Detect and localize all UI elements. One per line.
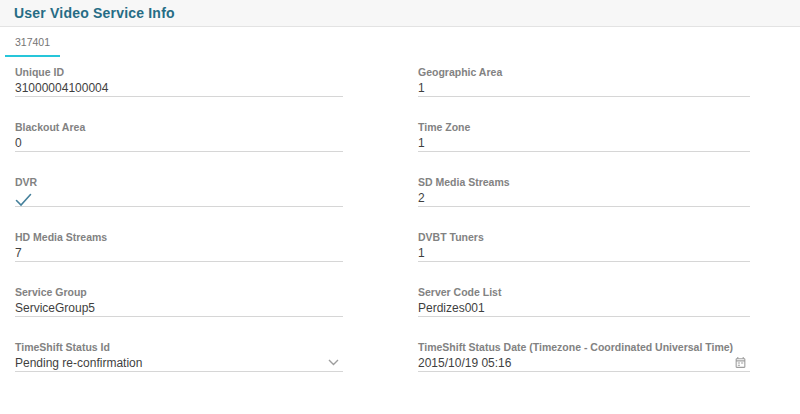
server-code-list-input[interactable]: Perdizes001 <box>418 299 750 317</box>
tab-317401[interactable]: 317401 <box>5 27 60 57</box>
check-icon <box>15 189 32 207</box>
service-info-form: Unique ID 31000004100004 Geographic Area… <box>0 57 800 387</box>
field-server-code-list: Server Code List Perdizes001 <box>418 277 750 332</box>
field-timeshift-status-date: TimeShift Status Date (Timezone - Coordi… <box>418 332 750 387</box>
field-value: 2 <box>418 190 425 206</box>
field-hd-media-streams: HD Media Streams 7 <box>15 222 343 277</box>
dvr-checkbox[interactable] <box>15 189 343 207</box>
field-label: SD Media Streams <box>418 175 750 189</box>
timeshift-status-date-input[interactable]: 2015/10/19 05:16 <box>418 354 750 372</box>
field-timeshift-status-id: TimeShift Status Id Pending re-confirmat… <box>15 332 343 387</box>
field-label: Server Code List <box>418 285 750 299</box>
field-value: Perdizes001 <box>418 300 485 316</box>
field-label: DVBT Tuners <box>418 230 750 244</box>
field-sd-media-streams: SD Media Streams 2 <box>418 167 750 222</box>
dvbt-tuners-input[interactable]: 1 <box>418 244 750 262</box>
field-value: Pending re-confirmation <box>15 355 142 371</box>
field-label: Time Zone <box>418 120 750 134</box>
field-label: HD Media Streams <box>15 230 343 244</box>
field-service-group: Service Group ServiceGroup5 <box>15 277 343 332</box>
field-value: 0 <box>15 135 22 151</box>
field-value: 2015/10/19 05:16 <box>418 355 511 371</box>
sd-media-streams-input[interactable]: 2 <box>418 189 750 207</box>
field-value: 31000004100004 <box>15 80 108 96</box>
tab-bar: 317401 <box>0 27 800 57</box>
field-geographic-area: Geographic Area 1 <box>418 57 750 112</box>
service-group-input[interactable]: ServiceGroup5 <box>15 299 343 317</box>
field-value: 1 <box>418 135 425 151</box>
field-value: ServiceGroup5 <box>15 300 95 316</box>
field-blackout-area: Blackout Area 0 <box>15 112 343 167</box>
field-dvbt-tuners: DVBT Tuners 1 <box>418 222 750 277</box>
field-dvr: DVR <box>15 167 343 222</box>
chevron-down-icon[interactable] <box>325 355 341 371</box>
field-label: Blackout Area <box>15 120 343 134</box>
field-unique-id: Unique ID 31000004100004 <box>15 57 343 112</box>
time-zone-input[interactable]: 1 <box>418 134 750 152</box>
field-value: 7 <box>15 245 22 261</box>
field-label: TimeShift Status Id <box>15 340 343 354</box>
field-label: Geographic Area <box>418 65 750 79</box>
field-value: 1 <box>418 80 425 96</box>
calendar-icon[interactable] <box>732 355 748 371</box>
unique-id-input[interactable]: 31000004100004 <box>15 79 343 97</box>
field-value: 1 <box>418 245 425 261</box>
blackout-area-input[interactable]: 0 <box>15 134 343 152</box>
field-label: TimeShift Status Date (Timezone - Coordi… <box>418 340 750 354</box>
page-title: User Video Service Info <box>14 5 175 21</box>
timeshift-status-id-select[interactable]: Pending re-confirmation <box>15 354 343 372</box>
field-label: Unique ID <box>15 65 343 79</box>
field-label: DVR <box>15 175 343 189</box>
page-header: User Video Service Info <box>0 0 800 27</box>
field-time-zone: Time Zone 1 <box>418 112 750 167</box>
field-label: Service Group <box>15 285 343 299</box>
hd-media-streams-input[interactable]: 7 <box>15 244 343 262</box>
geographic-area-input[interactable]: 1 <box>418 79 750 97</box>
